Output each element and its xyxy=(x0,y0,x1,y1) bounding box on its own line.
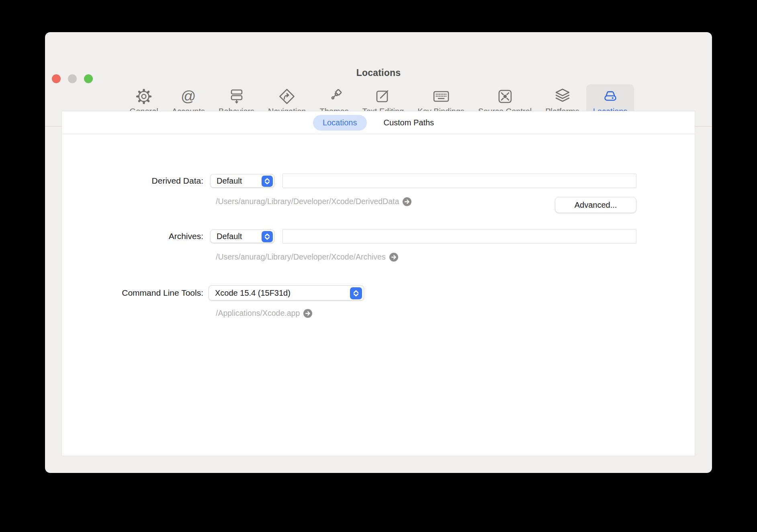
popup-stepper-icon xyxy=(262,176,273,187)
segment-custom-paths[interactable]: Custom Paths xyxy=(374,115,444,131)
reveal-arrow-icon[interactable] xyxy=(389,253,398,262)
archives-popup[interactable]: Default xyxy=(210,229,274,243)
stacked-panels-icon xyxy=(228,87,246,106)
reveal-arrow-icon[interactable] xyxy=(403,197,411,206)
popup-stepper-icon xyxy=(350,287,362,299)
derived-data-custom-path-field[interactable] xyxy=(282,174,636,188)
hard-drive-icon xyxy=(602,87,619,106)
locations-pane: Locations Custom Paths Derived Data: Def… xyxy=(61,111,695,456)
archives-path: /Users/anurag/Library/Developer/Xcode/Ar… xyxy=(216,252,398,262)
locations-form: Derived Data: Default /Users/anurag/Libr… xyxy=(62,134,695,456)
compose-pencil-icon xyxy=(374,87,392,106)
xcode-settings-window: Locations xyxy=(45,32,712,473)
derived-data-label: Derived Data: xyxy=(62,174,203,188)
popup-value: Xcode 15.4 (15F31d) xyxy=(215,286,291,300)
archives-label: Archives: xyxy=(62,229,203,243)
derived-data-path: /Users/anurag/Library/Developer/Xcode/De… xyxy=(216,197,411,206)
advanced-button[interactable]: Advanced... xyxy=(555,197,636,213)
archives-custom-path-field[interactable] xyxy=(282,229,636,243)
gear-icon xyxy=(135,87,153,106)
command-line-tools-path: /Applications/Xcode.app xyxy=(216,309,312,318)
segmented-control: Locations Custom Paths xyxy=(62,111,695,134)
popup-stepper-icon xyxy=(262,231,273,242)
popup-value: Default xyxy=(217,174,242,187)
derived-data-popup[interactable]: Default xyxy=(210,174,274,188)
segment-locations[interactable]: Locations xyxy=(313,115,367,131)
path-text: /Users/anurag/Library/Developer/Xcode/Ar… xyxy=(216,252,386,262)
command-line-tools-label: Command Line Tools: xyxy=(62,286,203,300)
signpost-arrow-icon xyxy=(278,87,296,106)
keyboard-icon xyxy=(432,87,450,106)
popup-value: Default xyxy=(217,230,242,243)
window-title: Locations xyxy=(45,68,712,78)
at-sign-icon: @ xyxy=(180,87,197,106)
source-control-icon xyxy=(496,87,514,106)
layers-icon xyxy=(554,87,571,106)
path-text: /Applications/Xcode.app xyxy=(216,309,300,318)
path-text: /Users/anurag/Library/Developer/Xcode/De… xyxy=(216,197,399,206)
paintbrush-icon xyxy=(325,87,343,106)
command-line-tools-popup[interactable]: Xcode 15.4 (15F31d) xyxy=(209,285,364,301)
reveal-arrow-icon[interactable] xyxy=(303,309,312,318)
